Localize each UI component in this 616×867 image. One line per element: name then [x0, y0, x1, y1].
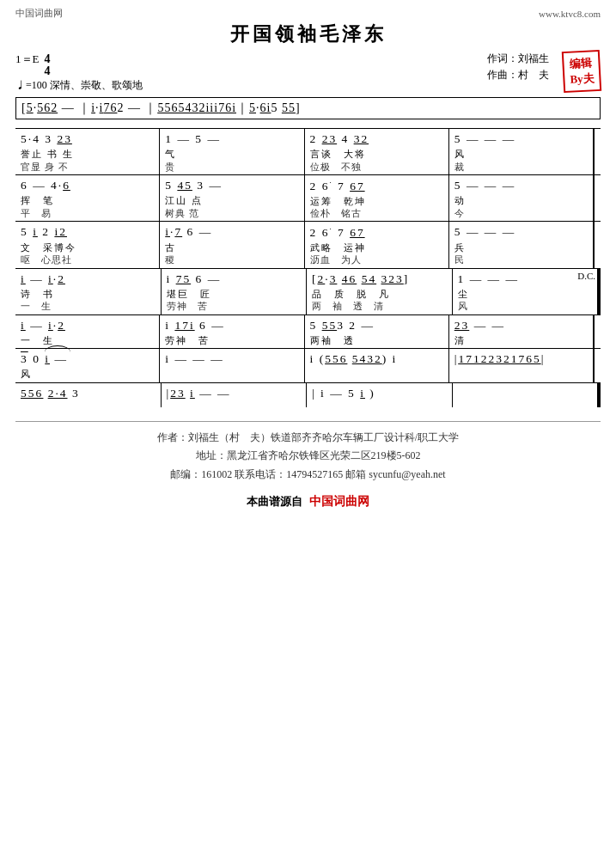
music-author: 作曲：村 夫	[487, 67, 549, 83]
bar-end-1	[594, 129, 601, 174]
bar-end-2	[594, 175, 601, 221]
seg-2-3: 2 6· 7 67 运筹 乾坤 俭朴 铭古	[304, 175, 448, 221]
seg-2-1: 6 — 4·6 挥 笔 平 易	[15, 175, 159, 221]
stamp-box: 编辑 By夫	[562, 50, 602, 94]
source-site: 中国词曲网	[309, 491, 369, 512]
seg-3-3: 2 6· 7 67 武略 运神 沥血 为人	[304, 222, 448, 267]
seg-6-1: 3 0 i — 风	[15, 349, 159, 382]
music-row-7: 556 2·4 3 |23 i — — | i — 5 i )	[15, 382, 601, 407]
footer-postal: 邮编：161002 联系电话：14794527165 邮箱 sycunfu@ye…	[15, 466, 601, 485]
key-label: 1＝E	[15, 51, 39, 69]
seg-5-1: i — i·2 一 生	[15, 315, 159, 349]
dc-label: D.C.	[577, 271, 595, 281]
footer-author: 作者：刘福生（村 夫）铁道部齐齐哈尔车辆工厂设计科/职工大学	[15, 429, 601, 448]
seg-3-1: 5 i 2 i2 文 采博今 呕 心思社	[15, 222, 159, 267]
seg-4-1: i — i·2 诗 书 一 生	[15, 269, 161, 314]
music-row-4: i — i·2 诗 书 一 生 i 75 6 — 堪巨 匠 劳神 苦 [2·3 …	[15, 268, 601, 314]
seg-3-2: i·7 6 — 古 稷	[159, 222, 303, 267]
seg-5-3: 5 553 2 — 两袖 透	[304, 315, 448, 349]
intro-notation: [5·562 — ｜i·i762 — ｜5565432iii76i｜5·6i5 …	[15, 97, 601, 119]
site-left: 中国词曲网	[15, 7, 63, 20]
seg-6-2: i — — —	[159, 349, 303, 382]
seg-7-3: | i — 5 i )	[306, 383, 452, 407]
seg-4-4: 1 — — — 尘 风 D.C.	[452, 269, 601, 314]
seg-1-1: 5·4 3 23 誉止 书 生 官显 身 不	[15, 129, 159, 174]
seg-2-2: 5 45 3 — 江山 点 树典 范	[159, 175, 303, 221]
music-row-6: 3 0 i — 风 i — — — i (556 5432) i |171223…	[15, 348, 601, 382]
seg-4-2: i 75 6 — 堪巨 匠 劳神 苦	[161, 269, 307, 314]
seg-2-4: 5 — — — 动 今	[448, 175, 594, 221]
footer: 作者：刘福生（村 夫）铁道部齐齐哈尔车辆工厂设计科/职工大学 地址：黑龙江省齐哈…	[15, 421, 601, 513]
seg-7-2: |23 i — —	[161, 383, 307, 407]
bar-end-6	[594, 349, 601, 382]
bar-end-5	[594, 315, 601, 349]
footer-address: 地址：黑龙江省齐哈尔铁锋区光荣二区219楼5-602	[15, 447, 601, 466]
site-right: www.ktvc8.com	[539, 9, 601, 19]
seg-4-3: [2·3 46 54 323] 品 质 脱 凡 两 袖 透 清	[306, 269, 452, 314]
seg-5-2: i 17i 6 — 劳神 苦	[159, 315, 303, 349]
seg-6-3: i (556 5432) i	[304, 349, 448, 382]
time-sig: 44	[44, 53, 50, 77]
seg-6-4: |17122321765|	[448, 349, 594, 382]
music-row-2: 6 — 4·6 挥 笔 平 易 5 45 3 — 江山 点 树典 范 2 6· …	[15, 174, 601, 221]
lyrics-author: 作词：刘福生	[487, 51, 549, 67]
source-label: 本曲谱源自	[247, 492, 302, 511]
seg-5-4: 23 — — 清	[448, 315, 594, 349]
seg-1-4: 5 — — — 风 裁	[448, 129, 594, 174]
seg-7-1: 556 2·4 3	[15, 383, 161, 407]
seg-1-2: 1 — 5 — 气 贵	[159, 129, 303, 174]
seg-3-4: 5 — — — 兵 民	[448, 222, 594, 267]
tempo-label: ♩=100	[15, 79, 47, 91]
music-row-3: 5 i 2 i2 文 采博今 呕 心思社 i·7 6 — 古 稷 2 6· 7 …	[15, 221, 601, 267]
seg-1-3: 2 23 4 32 言谈 大将 位极 不独	[304, 129, 448, 174]
music-row-1: 5·4 3 23 誉止 书 生 官显 身 不 1 — 5 — 气 贵 2 23 …	[15, 128, 601, 174]
style-label: 深情、崇敬、歌颂地	[50, 79, 143, 91]
bar-end-3	[594, 222, 601, 267]
seg-7-4	[452, 383, 601, 407]
page-title: 开国领袖毛泽东	[15, 21, 601, 47]
music-row-5: i — i·2 一 生 i 17i 6 — 劳神 苦 5 553 2 — 两袖 …	[15, 314, 601, 349]
